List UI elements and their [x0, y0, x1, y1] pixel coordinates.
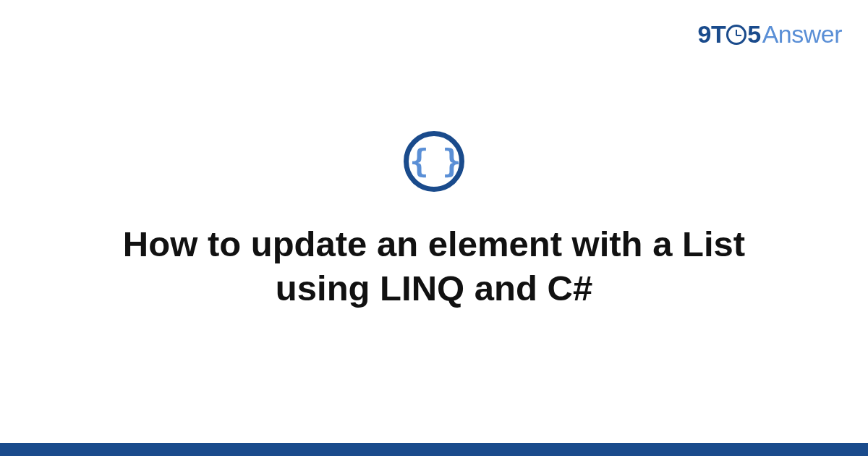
page-title: How to update an element with a List usi…: [80, 222, 788, 311]
footer-accent-bar: [0, 443, 868, 456]
main-content: { } How to update an element with a List…: [0, 0, 868, 456]
code-braces-icon: { }: [404, 131, 464, 192]
code-glyph: { }: [409, 145, 458, 177]
